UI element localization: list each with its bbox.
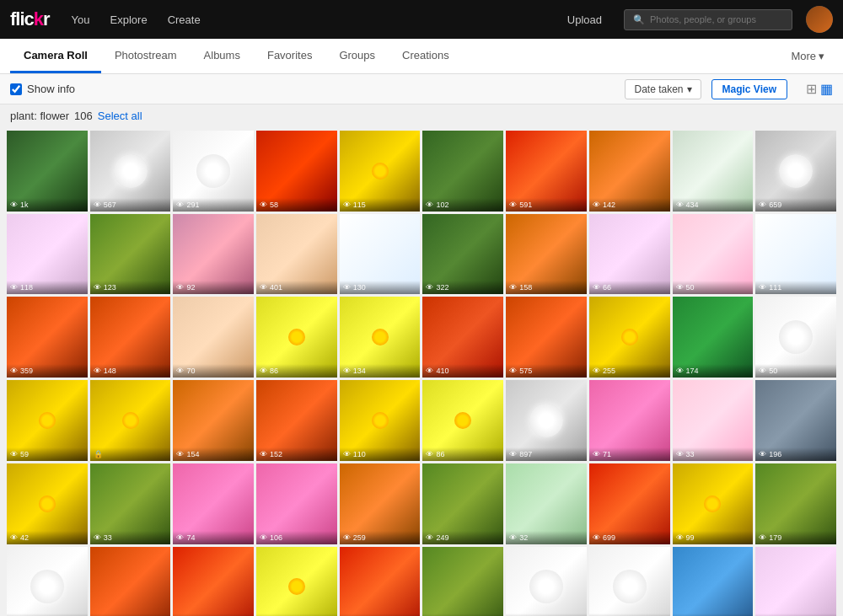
photo-cell[interactable]: 👁322 — [422, 214, 503, 295]
photo-cell[interactable]: 👁86 — [422, 380, 503, 461]
photo-cell[interactable]: 👁50 — [755, 297, 836, 378]
photo-cell[interactable]: 👁179 — [755, 463, 836, 544]
photo-cell[interactable]: 👁102 — [422, 131, 503, 212]
photo-cell[interactable]: 👁434 — [673, 131, 754, 212]
photo-cell[interactable]: 👁86 — [256, 297, 337, 378]
show-info-checkbox[interactable] — [10, 83, 22, 95]
tag-bar: plant: flower 106 Select all — [0, 104, 843, 127]
view-count: 74 — [186, 533, 195, 542]
eye-icon: 👁 — [260, 201, 267, 209]
date-taken-button[interactable]: Date taken ▾ — [625, 79, 701, 99]
photo-cell[interactable]: 👁33 — [90, 463, 171, 544]
photo-overlay: 👁567 — [90, 198, 171, 212]
photo-cell[interactable]: 👁130 — [340, 214, 421, 295]
photo-cell[interactable]: 👁59 — [7, 380, 88, 461]
tab-creations[interactable]: Creations — [389, 39, 463, 73]
photo-cell[interactable]: 👁15 — [506, 547, 587, 616]
photo-cell[interactable]: 👁74 — [173, 463, 254, 544]
photo-cell[interactable]: 👁401 — [256, 214, 337, 295]
more-button[interactable]: More ▾ — [782, 50, 833, 62]
search-icon: 🔍 — [633, 14, 645, 25]
nav-you[interactable]: You — [63, 10, 99, 29]
photo-cell[interactable]: 👁249 — [422, 463, 503, 544]
tab-camera-roll[interactable]: Camera Roll — [10, 39, 101, 73]
photo-cell[interactable]: 👁115 — [340, 131, 421, 212]
photo-cell[interactable]: 👁120 — [340, 547, 421, 616]
eye-icon: 👁 — [759, 283, 766, 292]
photo-overlay: 👁110 — [340, 447, 421, 461]
photo-cell[interactable]: 👁134 — [340, 297, 421, 378]
detail-view-icon[interactable]: ▦ — [820, 81, 833, 97]
photo-cell[interactable]: 🔒 — [90, 380, 171, 461]
photo-cell[interactable]: 👁70 — [173, 297, 254, 378]
photo-cell[interactable]: 👁111 — [755, 214, 836, 295]
eye-icon: 👁 — [10, 283, 18, 292]
photo-cell[interactable]: 👁60 — [589, 547, 670, 616]
photo-cell[interactable]: 🔒 — [173, 547, 254, 616]
photo-cell[interactable]: 👁255 — [589, 297, 670, 378]
tab-albums[interactable]: Albums — [191, 39, 254, 73]
photo-cell[interactable]: 👁567 — [90, 131, 171, 212]
photo-cell[interactable]: 👁50 — [673, 214, 754, 295]
grid-view-icon[interactable]: ⊞ — [806, 81, 817, 97]
nav-explore[interactable]: Explore — [102, 10, 156, 29]
photo-cell[interactable]: 👁196 — [673, 547, 754, 616]
photo-cell[interactable]: 👁130 — [90, 547, 171, 616]
photo-cell[interactable]: 👁92 — [173, 214, 254, 295]
photo-cell[interactable]: 👁106 — [256, 463, 337, 544]
view-count: 249 — [436, 533, 448, 542]
tab-groups[interactable]: Groups — [325, 39, 389, 73]
photo-cell[interactable]: 👁359 — [7, 297, 88, 378]
photo-cell[interactable]: 👁111 — [422, 547, 503, 616]
flower-shape — [613, 570, 647, 603]
photo-cell[interactable]: 👁174 — [7, 547, 88, 616]
select-all-link[interactable]: Select all — [98, 110, 142, 122]
photo-cell[interactable]: 👁148 — [90, 297, 171, 378]
photo-cell[interactable]: 👁897 — [506, 380, 587, 461]
search-box[interactable]: 🔍 Photos, people, or groups — [624, 9, 792, 30]
photo-overlay: 👁33 — [673, 447, 754, 461]
magic-view-button[interactable]: Magic View — [711, 79, 787, 99]
photo-cell[interactable]: 👁58 — [256, 131, 337, 212]
photo-cell[interactable]: 👁71 — [589, 380, 670, 461]
photo-cell[interactable]: 👁24 — [256, 547, 337, 616]
view-count: 102 — [436, 201, 448, 209]
photo-cell[interactable]: 👁410 — [422, 297, 503, 378]
photo-cell[interactable]: 👁152 — [256, 380, 337, 461]
photo-cell[interactable]: 👁33 — [673, 380, 754, 461]
photo-cell[interactable]: 👁659 — [755, 131, 836, 212]
photo-cell[interactable]: 👁123 — [90, 214, 171, 295]
photo-cell[interactable]: 👁92 — [755, 547, 836, 616]
avatar[interactable] — [806, 6, 833, 33]
photo-cell[interactable]: 👁99 — [673, 463, 754, 544]
photo-overlay: 👁115 — [340, 198, 421, 212]
photo-cell[interactable]: 👁291 — [173, 131, 254, 212]
eye-icon: 👁 — [426, 283, 433, 292]
photo-cell[interactable]: 👁1k — [7, 131, 88, 212]
date-taken-chevron-icon: ▾ — [687, 83, 692, 95]
photo-cell[interactable]: 👁154 — [173, 380, 254, 461]
photo-overlay: 👁58 — [256, 198, 337, 212]
photo-cell[interactable]: 👁32 — [506, 463, 587, 544]
photo-overlay: 👁249 — [422, 531, 503, 544]
tab-favorites[interactable]: Favorites — [254, 39, 325, 73]
photo-cell[interactable]: 👁591 — [506, 131, 587, 212]
photo-overlay: 👁897 — [506, 447, 587, 461]
photo-cell[interactable]: 👁575 — [506, 297, 587, 378]
photo-overlay: 👁196 — [755, 447, 836, 461]
photo-cell[interactable]: 👁118 — [7, 214, 88, 295]
photo-cell[interactable]: 👁142 — [589, 131, 670, 212]
tab-photostream[interactable]: Photostream — [101, 39, 191, 73]
photo-cell[interactable]: 👁259 — [340, 463, 421, 544]
photo-cell[interactable]: 👁174 — [673, 297, 754, 378]
photo-cell[interactable]: 👁42 — [7, 463, 88, 544]
photo-cell[interactable]: 👁66 — [589, 214, 670, 295]
photo-cell[interactable]: 👁196 — [755, 380, 836, 461]
photo-cell[interactable]: 👁158 — [506, 214, 587, 295]
nav-create[interactable]: Create — [159, 10, 209, 29]
photo-cell[interactable]: 👁110 — [340, 380, 421, 461]
photo-overlay: 👁699 — [589, 531, 670, 544]
flower-shape — [30, 570, 64, 603]
upload-button[interactable]: Upload — [559, 10, 610, 29]
photo-cell[interactable]: 👁699 — [589, 463, 670, 544]
